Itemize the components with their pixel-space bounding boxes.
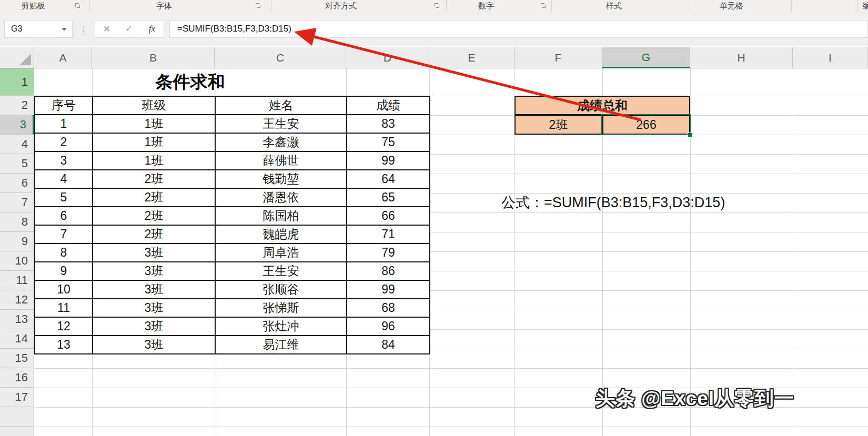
cell[interactable]: 3班: [93, 244, 215, 262]
cell[interactable]: 11: [35, 299, 93, 317]
cell[interactable]: 3班: [93, 280, 215, 299]
row-header-18-partial[interactable]: [0, 407, 34, 427]
cell[interactable]: 张灶冲: [215, 317, 347, 336]
cell-highlighted[interactable]: 2班: [93, 225, 215, 244]
cell-highlighted[interactable]: 潘恩依: [215, 188, 347, 207]
cell[interactable]: 7: [35, 225, 93, 244]
row-header-14[interactable]: 14: [0, 329, 34, 349]
fill-handle[interactable]: [688, 133, 693, 138]
column-header-f[interactable]: F: [514, 47, 602, 68]
cell-highlighted[interactable]: 65: [347, 188, 430, 207]
font-dialog-launcher-icon[interactable]: [256, 3, 261, 8]
confirm-icon[interactable]: ✓: [118, 21, 139, 37]
cell[interactable]: 张悌斯: [215, 299, 347, 317]
cell[interactable]: 79: [347, 244, 430, 262]
cell[interactable]: 3班: [93, 336, 215, 354]
row-header-5[interactable]: 5: [0, 154, 34, 174]
cell[interactable]: 3班: [93, 299, 215, 317]
cell[interactable]: 13: [35, 336, 93, 354]
row-header-1[interactable]: 1: [0, 68, 34, 96]
cell[interactable]: 1班: [93, 133, 215, 151]
row-header-9[interactable]: 9: [0, 232, 34, 251]
row-header-6[interactable]: 6: [0, 174, 34, 193]
cell-title[interactable]: 条件求和: [34, 68, 346, 96]
cell[interactable]: 3班: [93, 317, 215, 336]
name-box-dropdown-icon[interactable]: [62, 28, 67, 31]
row-header-13[interactable]: 13: [0, 310, 34, 329]
cell[interactable]: 3: [35, 151, 93, 170]
cell[interactable]: 1班: [93, 115, 215, 133]
header-cell[interactable]: 成绩: [347, 96, 430, 115]
cell[interactable]: 薛佛世: [215, 151, 347, 170]
clipboard-dialog-launcher-icon[interactable]: [75, 3, 80, 8]
cell[interactable]: 84: [347, 336, 430, 354]
column-header-g-selected[interactable]: G: [602, 47, 690, 68]
row-header-8[interactable]: 8: [0, 212, 34, 232]
select-all-corner[interactable]: [0, 47, 34, 68]
number-dialog-launcher-icon[interactable]: [541, 3, 546, 8]
column-header-b[interactable]: B: [92, 47, 215, 68]
cell[interactable]: 83: [347, 115, 430, 133]
row-header-11[interactable]: 11: [0, 271, 34, 290]
cell-highlighted[interactable]: 71: [347, 225, 430, 244]
column-header-c[interactable]: C: [215, 47, 346, 68]
cell[interactable]: 12: [35, 317, 93, 336]
alignment-dialog-launcher-icon[interactable]: [435, 3, 440, 8]
cell[interactable]: 86: [347, 262, 430, 280]
cell[interactable]: 1: [35, 115, 93, 133]
cell-highlighted[interactable]: 66: [347, 207, 430, 225]
cell-highlighted[interactable]: 2班: [93, 188, 215, 207]
row-header-17[interactable]: 17: [0, 388, 34, 407]
cancel-icon[interactable]: ✕: [96, 21, 117, 37]
cell-highlighted[interactable]: 2班: [93, 207, 215, 225]
row-header-15[interactable]: 15: [0, 349, 34, 368]
cell[interactable]: 周卓浩: [215, 244, 347, 262]
cell[interactable]: 68: [347, 299, 430, 317]
row-header-3-selected[interactable]: 3: [0, 115, 34, 135]
cell[interactable]: 9: [35, 262, 93, 280]
column-header-e[interactable]: E: [429, 47, 514, 68]
cell-formula-annotation[interactable]: 公式：=SUMIF(B3:B15,F3,D3:D15): [501, 193, 725, 212]
row-header-7[interactable]: 7: [0, 193, 34, 212]
cell[interactable]: 1班: [93, 151, 215, 170]
header-cell[interactable]: 班级: [93, 96, 215, 115]
formula-bar-drag-handle[interactable]: ⋮: [79, 25, 88, 36]
cell[interactable]: 3班: [93, 262, 215, 280]
insert-function-icon[interactable]: fx: [142, 21, 163, 37]
column-header-i[interactable]: I: [793, 47, 868, 68]
row-header-2[interactable]: 2: [0, 96, 34, 115]
cell[interactable]: 王生安: [215, 115, 347, 133]
cell-sum-header-merged[interactable]: 成绩总和: [514, 96, 690, 115]
cell[interactable]: 4: [35, 170, 93, 188]
cell-highlighted[interactable]: 2班: [93, 170, 215, 188]
header-cell[interactable]: 姓名: [215, 96, 347, 115]
cell[interactable]: 8: [35, 244, 93, 262]
cell-highlighted[interactable]: 陈国柏: [215, 207, 347, 225]
cell[interactable]: 10: [35, 280, 93, 299]
name-box[interactable]: G3: [4, 20, 73, 38]
cell[interactable]: 6: [35, 207, 93, 225]
cell-highlighted[interactable]: 魏皑虎: [215, 225, 347, 244]
row-header-10[interactable]: 10: [0, 251, 34, 271]
column-header-h[interactable]: H: [690, 47, 793, 68]
cell[interactable]: 99: [347, 151, 430, 170]
formula-input[interactable]: =SUMIF(B3:B15,F3,D3:D15): [169, 20, 868, 38]
row-header-16[interactable]: 16: [0, 368, 34, 388]
cell[interactable]: 王生安: [215, 262, 347, 280]
cell[interactable]: 5: [35, 188, 93, 207]
row-header-4[interactable]: 4: [0, 135, 34, 154]
cell-highlighted[interactable]: 64: [347, 170, 430, 188]
column-header-d[interactable]: D: [346, 47, 429, 68]
cell[interactable]: 张顺谷: [215, 280, 347, 299]
cell[interactable]: 李鑫灏: [215, 133, 347, 151]
cell-criteria-f3[interactable]: 2班: [514, 115, 602, 135]
cell[interactable]: 2: [35, 133, 93, 151]
cell-highlighted[interactable]: 钱勤堃: [215, 170, 347, 188]
cell[interactable]: 75: [347, 133, 430, 151]
cell[interactable]: 99: [347, 280, 430, 299]
header-cell[interactable]: 序号: [35, 96, 93, 115]
cell[interactable]: 96: [347, 317, 430, 336]
row-header-12[interactable]: 12: [0, 290, 34, 310]
cell[interactable]: 易江维: [215, 336, 347, 354]
column-header-a[interactable]: A: [34, 47, 92, 68]
